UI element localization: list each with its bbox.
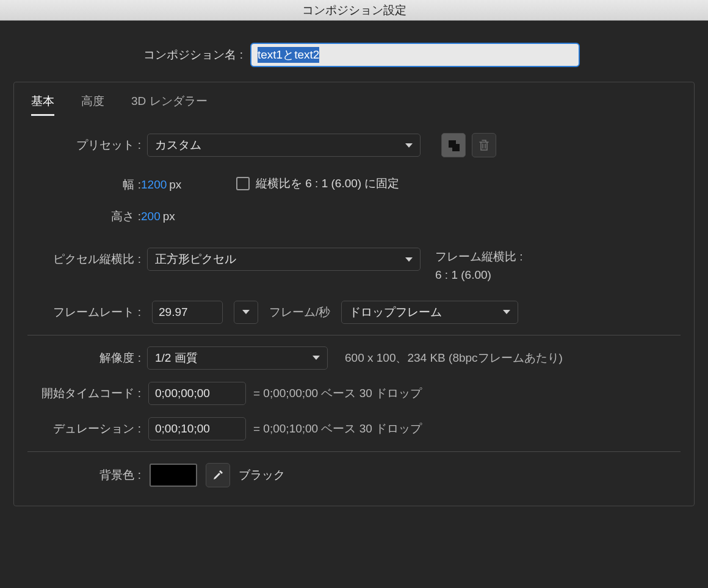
resolution-info: 600 x 100、234 KB (8bpcフレームあたり) — [345, 350, 563, 366]
chevron-down-icon — [405, 257, 413, 262]
start-timecode-input[interactable]: 0;00;00;00 — [148, 382, 246, 405]
eyedropper-button[interactable] — [206, 463, 230, 487]
width-unit: px — [169, 178, 181, 191]
framerate-label: フレームレート : — [14, 304, 141, 320]
composition-name-input[interactable] — [250, 43, 580, 67]
height-value[interactable]: 200 — [141, 210, 161, 223]
save-preset-button[interactable] — [441, 133, 466, 157]
framerate-stepper[interactable] — [234, 301, 258, 324]
divider — [27, 451, 681, 452]
resolution-dropdown[interactable]: 1/2 画質 — [147, 346, 328, 370]
eyedropper-icon — [212, 469, 224, 481]
tab-3d-renderer[interactable]: 3D レンダラー — [131, 93, 208, 116]
settings-panel: 基本 高度 3D レンダラー プリセット : カスタム — [13, 82, 695, 506]
tab-advanced[interactable]: 高度 — [81, 93, 104, 116]
duration-info: = 0;00;10;00 ベース 30 ドロップ — [253, 421, 422, 437]
duration-label: デュレーション : — [14, 421, 141, 437]
titlebar: コンポジション設定 — [0, 0, 708, 21]
start-timecode-info: = 0;00;00;00 ベース 30 ドロップ — [253, 385, 422, 401]
framerate-input[interactable]: 29.97 — [152, 301, 223, 324]
framerate-unit: フレーム/秒 — [269, 304, 330, 320]
width-value[interactable]: 1200 — [141, 178, 167, 191]
resolution-value: 1/2 画質 — [155, 350, 198, 366]
width-label: 幅 : — [14, 177, 141, 193]
pixel-aspect-dropdown[interactable]: 正方形ピクセル — [147, 248, 421, 271]
start-timecode-label: 開始タイムコード : — [14, 385, 141, 401]
frame-aspect-label: フレーム縦横比 : — [435, 248, 523, 266]
preset-dropdown[interactable]: カスタム — [147, 134, 421, 157]
chevron-down-icon — [242, 310, 250, 314]
tabs: 基本 高度 3D レンダラー — [14, 82, 694, 122]
chevron-down-icon — [405, 143, 413, 148]
trash-icon — [479, 139, 489, 151]
preset-dropdown-value: カスタム — [155, 137, 201, 153]
chevron-down-icon — [312, 356, 320, 360]
preset-label: プリセット : — [14, 137, 141, 153]
dialog-title: コンポジション設定 — [302, 2, 406, 18]
resolution-label: 解像度 : — [14, 350, 141, 366]
duration-input[interactable]: 0;00;10;00 — [148, 417, 246, 440]
height-label: 高さ : — [14, 209, 141, 224]
pixel-aspect-label: ピクセル縦横比 : — [14, 248, 141, 267]
pixel-aspect-value: 正方形ピクセル — [155, 251, 236, 267]
lock-aspect-checkbox[interactable] — [236, 177, 250, 190]
delete-preset-button — [472, 133, 496, 157]
frame-aspect-value: 6 : 1 (6.00) — [435, 266, 523, 284]
save-preset-icon — [447, 139, 460, 151]
lock-aspect-label: 縦横比を 6 : 1 (6.00) に固定 — [256, 176, 399, 192]
dropframe-value: ドロップフレーム — [349, 304, 442, 320]
divider — [27, 335, 681, 335]
composition-name-label: コンポジション名 : — [0, 47, 243, 63]
dropframe-dropdown[interactable]: ドロップフレーム — [341, 301, 518, 324]
bgcolor-swatch[interactable] — [150, 464, 197, 487]
chevron-down-icon — [503, 310, 510, 314]
tab-basic[interactable]: 基本 — [31, 93, 54, 116]
bgcolor-label: 背景色 : — [14, 467, 141, 483]
height-unit: px — [163, 210, 175, 223]
bgcolor-name: ブラック — [239, 467, 285, 483]
